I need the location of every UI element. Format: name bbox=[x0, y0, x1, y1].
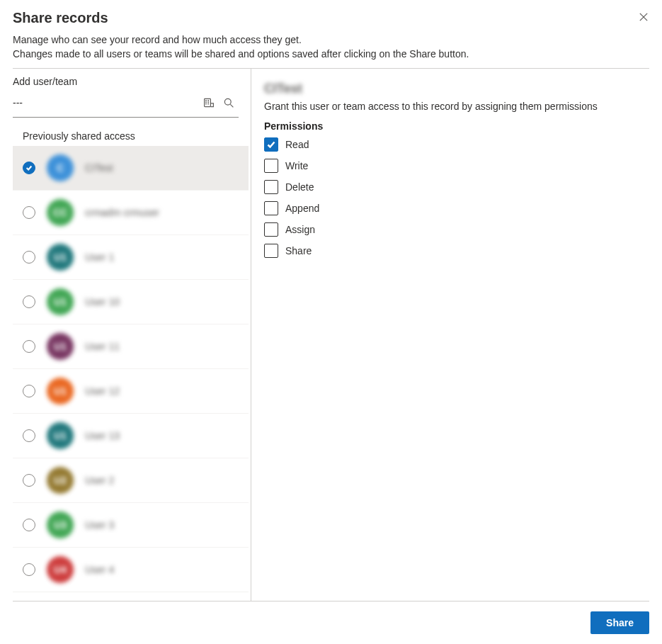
shared-access-list-wrapper[interactable]: CCITestCCcrmadm crmuserU1User 1U1User 10… bbox=[13, 146, 249, 601]
list-item-name: User 1 bbox=[85, 252, 114, 263]
close-button[interactable] bbox=[635, 9, 652, 26]
right-pane: CITest Grant this user or team access to… bbox=[251, 69, 662, 601]
svg-rect-8 bbox=[207, 103, 209, 105]
avatar: U1 bbox=[47, 422, 74, 449]
permission-row[interactable]: Delete bbox=[264, 180, 649, 194]
svg-rect-6 bbox=[207, 100, 209, 101]
selection-indicator[interactable] bbox=[23, 385, 35, 397]
permission-label: Read bbox=[285, 139, 309, 150]
permission-label: Delete bbox=[285, 181, 314, 193]
list-item-name: CITest bbox=[85, 162, 113, 174]
permission-checkbox[interactable] bbox=[264, 180, 278, 194]
list-item-name: User 4 bbox=[85, 564, 114, 575]
permission-row[interactable]: Assign bbox=[264, 222, 649, 237]
svg-point-9 bbox=[224, 99, 231, 106]
list-item[interactable]: U1User 10 bbox=[13, 280, 249, 324]
permission-row[interactable]: Write bbox=[264, 159, 649, 173]
list-item-name: crmadm crmuser bbox=[85, 207, 159, 218]
list-item[interactable]: U1User 11 bbox=[13, 324, 249, 369]
svg-rect-2 bbox=[205, 99, 211, 107]
selection-indicator[interactable] bbox=[23, 206, 35, 219]
list-item[interactable]: CCcrmadm crmuser bbox=[13, 191, 249, 235]
dialog-header: Share records bbox=[0, 0, 662, 33]
list-item[interactable]: U2User 2 bbox=[13, 458, 249, 503]
list-item-name: User 10 bbox=[85, 296, 120, 307]
permissions-list: ReadWriteDeleteAppendAssignShare bbox=[264, 137, 649, 258]
selection-indicator[interactable] bbox=[23, 519, 35, 531]
add-user-team-input[interactable] bbox=[13, 94, 199, 111]
subtitle-line-1: Manage who can see your record and how m… bbox=[13, 33, 649, 47]
list-item-name: User 2 bbox=[85, 475, 114, 486]
previously-shared-label: Previously shared access bbox=[23, 130, 251, 142]
selected-entity-name: CITest bbox=[264, 81, 649, 96]
avatar: U2 bbox=[47, 467, 74, 494]
list-item[interactable]: U1User 13 bbox=[13, 414, 249, 458]
avatar: U1 bbox=[47, 288, 74, 315]
permission-checkbox[interactable] bbox=[264, 222, 278, 237]
share-button[interactable]: Share bbox=[590, 611, 649, 634]
list-item-name: User 11 bbox=[85, 341, 120, 352]
shared-access-list: CCITestCCcrmadm crmuserU1User 1U1User 10… bbox=[13, 146, 249, 592]
permission-checkbox[interactable] bbox=[264, 159, 278, 173]
svg-rect-5 bbox=[205, 103, 207, 105]
selection-indicator[interactable] bbox=[23, 251, 35, 264]
search-button[interactable] bbox=[219, 93, 239, 113]
dialog-subtitle: Manage who can see your record and how m… bbox=[0, 33, 662, 68]
dialog-footer: Share bbox=[13, 601, 649, 644]
search-row bbox=[13, 90, 239, 118]
permission-label: Write bbox=[285, 160, 308, 171]
grant-description: Grant this user or team access to this r… bbox=[264, 101, 649, 112]
list-item[interactable]: U1User 12 bbox=[13, 369, 249, 414]
svg-line-10 bbox=[230, 105, 233, 108]
selection-indicator[interactable] bbox=[23, 162, 35, 174]
avatar: U1 bbox=[47, 378, 74, 405]
avatar: CC bbox=[47, 199, 74, 226]
left-pane: Add user/team bbox=[0, 69, 251, 601]
selection-indicator[interactable] bbox=[23, 474, 35, 487]
permission-checkbox[interactable] bbox=[264, 244, 278, 258]
avatar: U3 bbox=[47, 512, 74, 538]
selection-indicator[interactable] bbox=[23, 563, 35, 576]
svg-rect-7 bbox=[207, 102, 209, 103]
directory-icon bbox=[203, 96, 215, 109]
subtitle-line-2: Changes made to all users or teams will … bbox=[13, 47, 649, 62]
dialog-title: Share records bbox=[13, 10, 649, 26]
avatar: C bbox=[47, 154, 74, 181]
search-icon bbox=[223, 97, 234, 108]
directory-picker-button[interactable] bbox=[199, 93, 219, 113]
selection-indicator[interactable] bbox=[23, 429, 35, 442]
permission-label: Share bbox=[285, 245, 312, 256]
list-item[interactable]: U1User 1 bbox=[13, 235, 249, 280]
permission-row[interactable]: Read bbox=[264, 137, 649, 152]
add-user-team-label: Add user/team bbox=[13, 76, 251, 87]
list-item-name: User 3 bbox=[85, 519, 114, 531]
permission-label: Assign bbox=[285, 224, 315, 235]
permission-checkbox[interactable] bbox=[264, 137, 278, 152]
avatar: U4 bbox=[47, 556, 74, 583]
pane-divider bbox=[251, 69, 251, 601]
avatar: U1 bbox=[47, 244, 74, 271]
svg-rect-4 bbox=[205, 102, 207, 103]
avatar: U1 bbox=[47, 333, 74, 360]
permission-checkbox[interactable] bbox=[264, 201, 278, 215]
svg-rect-3 bbox=[205, 100, 207, 101]
list-item-name: User 12 bbox=[85, 385, 120, 397]
selection-indicator[interactable] bbox=[23, 295, 35, 308]
permissions-heading: Permissions bbox=[264, 120, 649, 132]
selection-indicator[interactable] bbox=[23, 340, 35, 353]
dialog-body: Add user/team bbox=[0, 69, 662, 601]
list-item-name: User 13 bbox=[85, 430, 120, 441]
list-item[interactable]: U4User 4 bbox=[13, 548, 249, 592]
list-item[interactable]: CCITest bbox=[13, 146, 249, 191]
list-item[interactable]: U3User 3 bbox=[13, 503, 249, 548]
permission-label: Append bbox=[285, 203, 319, 214]
permission-row[interactable]: Append bbox=[264, 201, 649, 215]
close-icon bbox=[639, 12, 648, 22]
share-records-dialog: Share records Manage who can see your re… bbox=[0, 0, 662, 644]
permission-row[interactable]: Share bbox=[264, 244, 649, 258]
